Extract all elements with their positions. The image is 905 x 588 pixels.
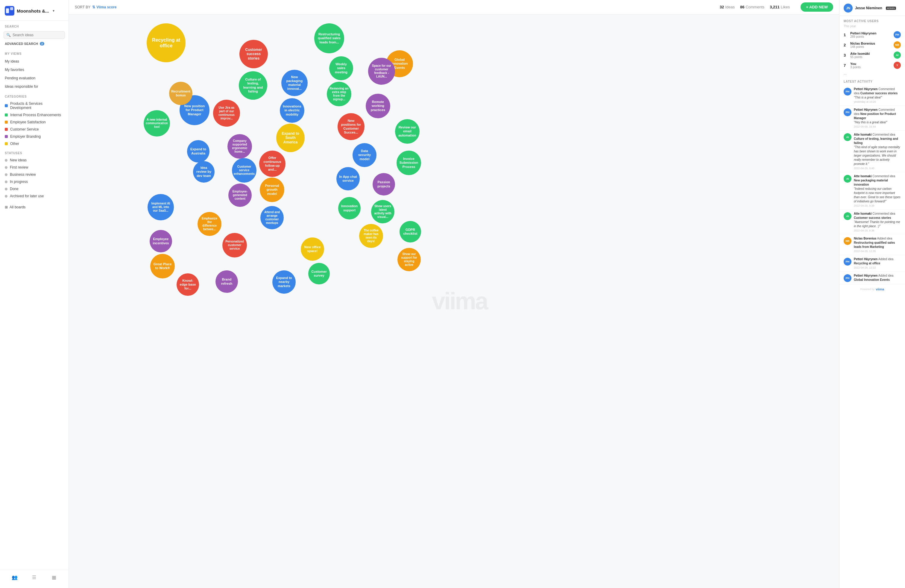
idea-bubble[interactable]: Attend and arrange customer meetups: [260, 206, 284, 229]
svg-rect-1: [6, 8, 9, 13]
activity-actor: Petteri Häyrynen: [854, 257, 878, 261]
search-box[interactable]: 🔍: [3, 31, 65, 39]
category-item[interactable]: Customer Service: [0, 126, 68, 133]
pending-evaluation-item[interactable]: Pending evaluation: [0, 74, 68, 82]
idea-bubble[interactable]: Invoice Submission Process: [397, 151, 421, 175]
idea-bubble[interactable]: In App chat service: [337, 167, 360, 191]
my-ideas-item[interactable]: My ideas: [0, 57, 68, 65]
my-favorites-item[interactable]: My favorites: [0, 65, 68, 74]
idea-bubble[interactable]: Innovation support: [338, 197, 360, 219]
idea-bubble[interactable]: Expand to South America: [276, 124, 305, 152]
active-user-avatar: Y: [894, 62, 901, 69]
idea-bubble[interactable]: Customer service enhancements: [232, 158, 256, 183]
search-section-title: SEARCH: [0, 21, 68, 30]
activity-quote: "Hey this is a great idea!": [854, 121, 888, 124]
ellipsis: ...: [840, 70, 905, 76]
category-item[interactable]: Employee Satisfaction: [0, 119, 68, 126]
idea-bubble[interactable]: Space for our customer feedback - LAUN..…: [368, 58, 395, 85]
activity-idea-name: Restructuring qualified sales leads from…: [854, 241, 895, 248]
category-item[interactable]: Products & Services Development: [0, 100, 68, 111]
idea-bubble[interactable]: Implement AI and ML into our SaaS...: [148, 194, 174, 220]
idea-bubble[interactable]: Use Jira as part of our continuous impro…: [213, 100, 240, 127]
status-item: In progress: [0, 178, 68, 185]
idea-bubble[interactable]: Emphasize the difference betwee...: [197, 212, 221, 236]
idea-bubble[interactable]: Employee incentives: [150, 230, 172, 253]
idea-bubble[interactable]: Customer success stories: [240, 40, 268, 68]
status-label: Archived for later use: [10, 194, 44, 198]
right-panel: JN Jesse Nieminen ADMIN MOST ACTIVE USER…: [839, 0, 905, 588]
activity-list: PH Petteri Häyrynen Commented idea Custo…: [840, 85, 905, 284]
idea-bubble[interactable]: Restructuring qualified sales leads from…: [314, 23, 344, 53]
idea-bubble[interactable]: Expand to nearby markets: [272, 270, 296, 294]
activity-text: Atte Isomaki Commented idea Customer suc…: [854, 212, 901, 229]
status-label: New ideas: [10, 158, 27, 162]
ideas-count: 32: [720, 5, 724, 9]
dropdown-icon[interactable]: ▾: [53, 9, 54, 13]
idea-bubble[interactable]: New office space!: [301, 237, 324, 261]
category-item[interactable]: Internal Process Enhancements: [0, 111, 68, 119]
activity-actor: Petteri Häyrynen: [854, 87, 878, 91]
chart-icon[interactable]: ▦: [50, 573, 58, 582]
idea-bubble[interactable]: Employee-generated content: [229, 184, 252, 207]
activity-time: 2022-04-29, 9:36: [854, 229, 901, 232]
idea-bubble[interactable]: Offer continuous follow-up and...: [259, 151, 286, 177]
activity-idea-name: Global Innovation Events: [854, 278, 890, 281]
activity-item: AI Atte Isomaki Commented idea Culture o…: [840, 130, 905, 172]
category-item[interactable]: Employer Branding: [0, 133, 68, 140]
idea-bubble[interactable]: Knowl-edge base for...: [176, 273, 199, 296]
activity-text: Petteri Häyrynen Commented idea New posi…: [854, 108, 901, 124]
search-input[interactable]: [13, 33, 62, 37]
idea-bubble[interactable]: Recruitment bonus: [169, 82, 192, 105]
status-label: Business review: [10, 172, 36, 176]
idea-bubble[interactable]: GDPR checklist: [400, 221, 421, 243]
idea-bubble[interactable]: Personalized customer service: [222, 233, 247, 257]
activity-action: Commented idea: [872, 133, 895, 136]
active-user-name-text: Niclas Borenius: [850, 41, 891, 45]
category-item[interactable]: Other: [0, 140, 68, 147]
idea-bubble[interactable]: Data security model: [352, 143, 376, 167]
idea-bubble[interactable]: Brand refresh: [216, 270, 238, 293]
idea-bubble[interactable]: Personal growth model: [260, 178, 284, 202]
sort-value[interactable]: ⇅ Viima score: [92, 5, 116, 9]
idea-bubble[interactable]: Company supported ergonomic home...: [227, 134, 252, 159]
idea-bubble[interactable]: Show users latest activity with visual..…: [371, 200, 394, 223]
svg-rect-2: [10, 7, 13, 10]
list-icon[interactable]: ☰: [30, 573, 38, 582]
activity-item: NB Niclas Borenius Added idea Restructur…: [840, 234, 905, 255]
idea-bubble[interactable]: Innovations in electric mobility: [280, 98, 304, 123]
status-item: Business review: [0, 171, 68, 178]
idea-bubble[interactable]: Expand to Australia: [187, 140, 210, 162]
idea-bubble[interactable]: Great Place to Work®: [150, 254, 175, 278]
active-user-name-text: You: [850, 62, 891, 65]
idea-bubble[interactable]: Remote working practices: [366, 94, 390, 118]
status-label: First review: [10, 165, 28, 170]
idea-bubble[interactable]: Show our support for staying active: [397, 248, 421, 271]
likes-label: Likes: [781, 5, 790, 9]
user-header: JN Jesse Nieminen ADMIN: [840, 0, 905, 16]
add-new-button[interactable]: + ADD NEW: [800, 2, 833, 12]
category-dot: [5, 142, 8, 145]
idea-bubble[interactable]: Idea review by dev team: [193, 161, 214, 183]
active-users-list: 1 Petteri Häyrynen 289 points PH 2 Nicla…: [840, 30, 905, 70]
sidebar-logo[interactable]: Moonshots &... ▾: [0, 3, 68, 21]
idea-bubble[interactable]: Removing an extra step from the signup..…: [327, 82, 351, 106]
active-user-info: Atte Isomäki 55 points: [850, 52, 891, 59]
idea-bubble[interactable]: Review our email automation: [395, 119, 419, 144]
activity-content: Petteri Häyrynen Commented idea Customer…: [854, 87, 901, 103]
activity-content: Niclas Borenius Added idea Restructuring…: [854, 237, 901, 253]
users-icon[interactable]: 👥: [11, 573, 19, 582]
category-dot: [5, 128, 8, 131]
idea-bubble[interactable]: A new internal communication tool: [144, 110, 170, 137]
idea-bubble[interactable]: Recycling at office: [147, 23, 186, 62]
idea-bubble[interactable]: Customer survey: [308, 263, 330, 284]
idea-bubble[interactable]: New positions for Customer Succes...: [338, 113, 365, 140]
idea-bubble[interactable]: Weekly sales meeting: [329, 56, 353, 80]
all-boards-item[interactable]: ⊞ All boards: [0, 202, 68, 212]
ideas-responsible-item[interactable]: Ideas responsible for: [0, 82, 68, 91]
idea-bubble[interactable]: The coffee maker has seen its days!: [359, 224, 383, 248]
idea-bubble[interactable]: New packaging material innovat...: [281, 70, 308, 96]
advanced-search-row[interactable]: ADVANCED SEARCH 2: [0, 41, 68, 48]
idea-bubble[interactable]: Culture of testing, learning and failing: [239, 71, 267, 100]
idea-bubble[interactable]: Passion projects: [373, 173, 395, 195]
rank-number: 1: [844, 33, 848, 37]
